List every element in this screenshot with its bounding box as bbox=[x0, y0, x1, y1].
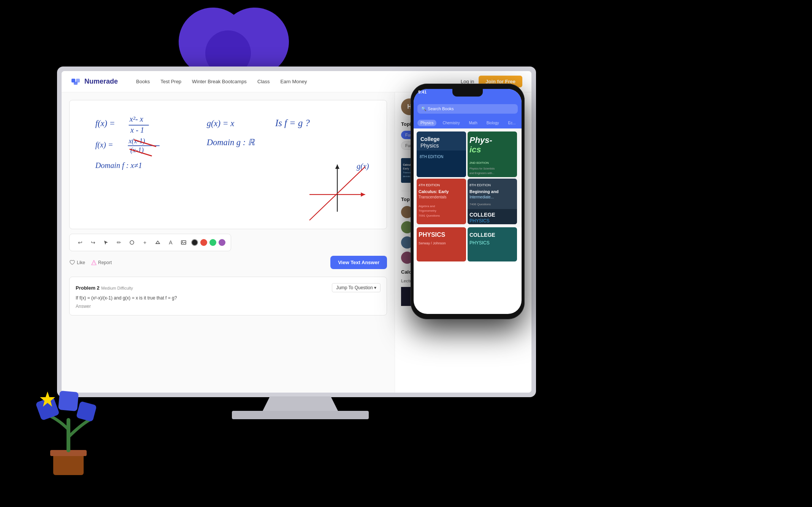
like-report-area: Like ! Report bbox=[69, 260, 112, 265]
plant-decoration bbox=[23, 361, 114, 484]
image-button[interactable] bbox=[178, 237, 189, 248]
nav-bootcamps[interactable]: Winter Break Bootcamps bbox=[192, 79, 247, 84]
like-label: Like bbox=[77, 260, 85, 265]
svg-text:PHYSICS: PHYSICS bbox=[469, 218, 490, 223]
svg-point-23 bbox=[130, 241, 134, 244]
svg-text:Domain g : ℝ: Domain g : ℝ bbox=[206, 138, 255, 147]
svg-text:dentals: dentals bbox=[403, 175, 410, 177]
like-button[interactable]: Like bbox=[69, 260, 85, 265]
svg-text:Transcendentals: Transcendentals bbox=[419, 195, 447, 199]
svg-text:!: ! bbox=[94, 262, 95, 265]
svg-text:2ND EDITION: 2ND EDITION bbox=[469, 161, 489, 165]
phone-book-1[interactable]: College Physics 8TH EDITION bbox=[417, 132, 466, 177]
svg-text:PHYSICS: PHYSICS bbox=[419, 231, 446, 238]
svg-text:Trigonometry: Trigonometry bbox=[419, 209, 436, 212]
math-drawing: f(x) = x²- x x - 1 f(x) = x(x-1) (x-1) bbox=[70, 100, 387, 229]
svg-text:x²- x: x²- x bbox=[129, 115, 143, 123]
phone-tab-chemistry[interactable]: Chemistry bbox=[439, 120, 463, 126]
svg-text:ics: ics bbox=[469, 145, 481, 154]
svg-text:Physics for Scientists: Physics for Scientists bbox=[469, 167, 495, 170]
svg-text:Serway / Johnson: Serway / Johnson bbox=[419, 241, 446, 245]
answer-label: Answer bbox=[76, 304, 381, 309]
logo-icon bbox=[71, 76, 81, 87]
svg-marker-20 bbox=[335, 165, 339, 169]
phone-tab-math[interactable]: Math bbox=[466, 120, 480, 126]
problem-section: Problem 2 Medium Difficulty Jump To Ques… bbox=[69, 277, 387, 315]
difficulty-badge: Medium Difficulty bbox=[101, 286, 133, 290]
logo[interactable]: Numerade bbox=[71, 76, 118, 87]
color-red[interactable] bbox=[200, 239, 207, 246]
phone-book-3[interactable]: 4TH EDITION Calculus: Early Transcendent… bbox=[417, 179, 466, 224]
svg-text:x - 1: x - 1 bbox=[130, 126, 144, 134]
phone-search-placeholder: Search Books bbox=[428, 106, 454, 111]
phone-book-4[interactable]: 8TH EDITION Beginning and Intermediate..… bbox=[468, 179, 517, 224]
phone-tab-biology[interactable]: Biology bbox=[484, 120, 502, 126]
redo-button[interactable]: ↪ bbox=[88, 237, 98, 248]
view-answer-button[interactable]: View Text Answer bbox=[330, 256, 387, 269]
svg-text:Is f = g ?: Is f = g ? bbox=[275, 118, 310, 128]
svg-text:Phys-: Phys- bbox=[469, 135, 492, 145]
jump-to-question-button[interactable]: Jump To Question ▾ bbox=[332, 283, 381, 292]
svg-text:7091 Questions: 7091 Questions bbox=[419, 214, 440, 217]
whiteboard-area: f(x) = x²- x x - 1 f(x) = x(x-1) (x-1) bbox=[62, 92, 395, 393]
pencil-button[interactable]: ✏ bbox=[114, 237, 124, 248]
nav-class[interactable]: Class bbox=[257, 79, 270, 84]
svg-text:8TH EDITION: 8TH EDITION bbox=[420, 155, 443, 159]
phone-time: 9:41 bbox=[418, 90, 427, 94]
svg-text:College: College bbox=[420, 136, 440, 142]
svg-text:Domain f : x≠1: Domain f : x≠1 bbox=[95, 161, 142, 170]
svg-text:Intermediate...: Intermediate... bbox=[469, 195, 494, 199]
nav-books[interactable]: Books bbox=[136, 79, 150, 84]
report-button[interactable]: ! Report bbox=[91, 260, 112, 265]
eraser-button[interactable] bbox=[152, 237, 163, 248]
problem-title-area: Problem 2 Medium Difficulty bbox=[76, 284, 133, 291]
phone-book-2[interactable]: Phys- ics 2ND EDITION Physics for Scient… bbox=[468, 132, 517, 177]
phone-search-icon: 🔍 bbox=[421, 106, 428, 111]
svg-text:f(x) =: f(x) = bbox=[95, 141, 113, 149]
svg-rect-2 bbox=[74, 82, 78, 85]
phone-book-5[interactable]: PHYSICS Serway / Johnson bbox=[417, 227, 466, 261]
phone-screen: 🔍 Search Books Physics Chemistry Math Bi… bbox=[414, 89, 522, 314]
svg-text:Physics: Physics bbox=[420, 143, 439, 149]
nav-earn-money[interactable]: Earn Money bbox=[280, 79, 307, 84]
svg-marker-19 bbox=[361, 192, 365, 196]
phone-books-grid: College Physics 8TH EDITION Phys- ics 2N… bbox=[414, 128, 522, 227]
svg-text:7406 Questions: 7406 Questions bbox=[469, 203, 491, 206]
color-purple[interactable] bbox=[219, 239, 225, 246]
nav-test-prep[interactable]: Test Prep bbox=[160, 79, 181, 84]
text-button[interactable]: A bbox=[165, 237, 176, 248]
svg-text:Early: Early bbox=[403, 167, 409, 170]
svg-point-26 bbox=[182, 241, 183, 242]
problem-header: Problem 2 Medium Difficulty Jump To Ques… bbox=[76, 283, 381, 292]
phone-mockup: 9:41 🔍 Search Books Physics Chemistry Ma… bbox=[411, 84, 540, 334]
svg-text:Beginning and: Beginning and bbox=[469, 189, 498, 194]
svg-rect-72 bbox=[58, 391, 79, 411]
phone-book-6[interactable]: COLLEGE PHYSICS bbox=[468, 227, 517, 261]
phone-tab-ec[interactable]: Ec... bbox=[505, 120, 519, 126]
phone-tab-physics[interactable]: Physics bbox=[417, 120, 436, 126]
cursor-button[interactable] bbox=[101, 237, 111, 248]
bottom-actions: Like ! Report View Text Answer bbox=[69, 256, 387, 269]
monitor-base bbox=[232, 411, 369, 419]
drawing-toolbar: ↩ ↪ ✏ + A bbox=[69, 234, 231, 251]
svg-text:and Engineers with...: and Engineers with... bbox=[469, 172, 494, 175]
svg-text:PHYSICS: PHYSICS bbox=[469, 240, 490, 246]
svg-text:g(x) = x: g(x) = x bbox=[207, 119, 235, 128]
color-black[interactable] bbox=[191, 239, 198, 246]
svg-text:Calculus: Early: Calculus: Early bbox=[419, 189, 449, 194]
report-label: Report bbox=[98, 260, 112, 265]
phone-body: 9:41 🔍 Search Books Physics Chemistry Ma… bbox=[411, 84, 525, 319]
svg-text:COLLEGE: COLLEGE bbox=[469, 212, 495, 218]
add-button[interactable]: + bbox=[140, 237, 150, 248]
phone-search-bar[interactable]: 🔍 Search Books bbox=[417, 104, 518, 114]
nav-links: Books Test Prep Winter Break Bootcamps C… bbox=[136, 79, 449, 84]
color-green[interactable] bbox=[209, 239, 216, 246]
svg-text:f(x) =: f(x) = bbox=[95, 119, 115, 128]
phone-notch bbox=[452, 89, 483, 97]
svg-text:COLLEGE: COLLEGE bbox=[469, 232, 495, 238]
shape-button[interactable] bbox=[127, 237, 137, 248]
undo-button[interactable]: ↩ bbox=[75, 237, 86, 248]
logo-text: Numerade bbox=[84, 78, 118, 86]
svg-text:8TH EDITION: 8TH EDITION bbox=[469, 183, 491, 187]
svg-text:4TH EDITION: 4TH EDITION bbox=[419, 183, 440, 187]
